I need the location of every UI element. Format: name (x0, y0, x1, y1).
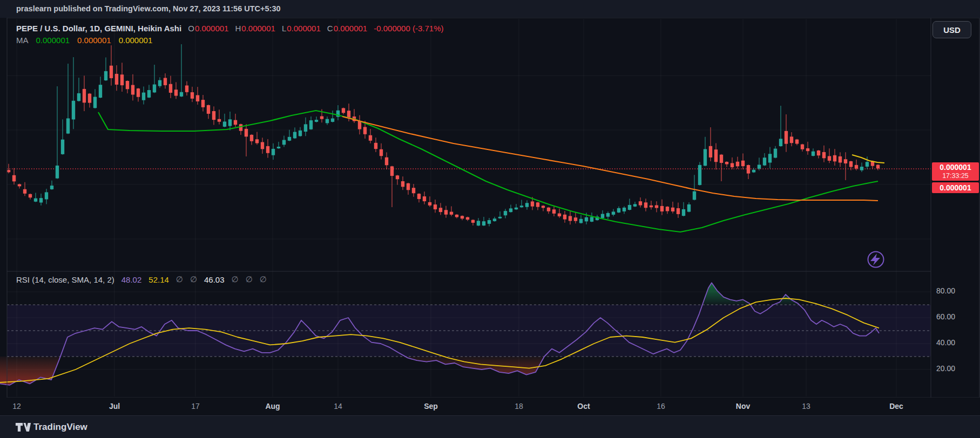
candle-body (228, 119, 232, 126)
candle-body (644, 202, 647, 208)
footer-brand[interactable]: TradingView (33, 416, 87, 438)
ma-value: 0.000001 (77, 36, 111, 45)
candle-body (606, 213, 610, 217)
candle-body (288, 137, 291, 141)
candle-body (255, 139, 259, 143)
candle-body (326, 119, 329, 124)
change-value: -0.000000 (-3.71%) (374, 24, 443, 33)
candle-body (77, 93, 80, 101)
candle-body (110, 66, 113, 78)
candle-body (822, 152, 826, 158)
ma-line-green (98, 111, 878, 232)
rsi-axis-label: 80.00 (936, 286, 955, 295)
candle-body (390, 166, 394, 176)
candle-body (547, 208, 550, 211)
header-bar: praslearn published on TradingView.com, … (0, 0, 980, 18)
symbol-title: PEPE / U.S. Dollar, 1D, GEMINI, Heikin A… (16, 24, 181, 33)
candle-body (509, 208, 512, 212)
flash-snapshot-button[interactable] (868, 252, 884, 268)
candle-body (736, 162, 739, 167)
time-axis-label: Sep (424, 398, 438, 415)
rsi-title: RSI (14, close, SMA, 14, 2) (16, 275, 114, 284)
chart-canvas[interactable] (0, 18, 980, 398)
candle-body (687, 204, 691, 212)
secondary-price-value: 0.000001 (940, 183, 971, 192)
candle-body (720, 155, 723, 163)
candle-body (142, 93, 145, 100)
candle-body (806, 148, 809, 151)
candle-body (380, 149, 383, 156)
candle-body (153, 85, 156, 93)
candle-body (671, 208, 674, 211)
candle-body (374, 143, 377, 149)
candle-body (812, 152, 815, 156)
candle-body (299, 131, 302, 136)
candle-body (245, 129, 248, 137)
time-axis[interactable]: 12Jul17Aug14Sep18Oct16Nov13Dec (0, 398, 931, 415)
ohlc-item: C0.000001 (327, 24, 367, 33)
candle-body (860, 167, 863, 170)
price-axis[interactable]: USD 0.000001 17:33:25 0.000001 80.0060.0… (931, 18, 980, 398)
rsi-axis-label: 60.00 (936, 312, 955, 321)
last-price-label: 0.000001 17:33:25 (932, 162, 979, 181)
candle-body (558, 214, 561, 217)
candle-body (542, 206, 545, 208)
candle-body (504, 211, 507, 215)
candle-body (320, 116, 323, 119)
candle-body (428, 202, 431, 206)
candle-body (779, 139, 782, 146)
rsi-oversold-fill (405, 357, 544, 375)
ohlc-key: C (327, 24, 333, 33)
candle-body (601, 214, 604, 218)
candle-body (218, 119, 221, 122)
candle-body (239, 124, 242, 131)
candle-body (369, 135, 372, 141)
ma-line-orange (342, 117, 878, 201)
candle-body (169, 84, 172, 93)
candle-body (293, 132, 296, 139)
time-axis-label: 13 (802, 398, 810, 415)
candle-body (23, 189, 26, 194)
candle-body (579, 219, 583, 223)
candle-body (423, 196, 426, 201)
candle-body (261, 142, 264, 149)
candle-body (50, 186, 53, 189)
candle-body (315, 120, 318, 122)
candle-body (120, 74, 124, 85)
candle-body (774, 149, 777, 158)
candle-body (617, 208, 620, 213)
candle-body (628, 205, 631, 210)
candle-body (666, 207, 669, 211)
time-axis-label: Jul (109, 398, 120, 415)
candle-body (282, 140, 286, 145)
candle-body (531, 201, 534, 206)
secondary-price-label: 0.000001 (932, 182, 979, 193)
symbol-legend: PEPE / U.S. Dollar, 1D, GEMINI, Heikin A… (16, 24, 443, 33)
rsi-value: ∅ (246, 275, 253, 284)
candle-body (56, 166, 59, 179)
candle-body (574, 217, 577, 221)
ohlc-item: H0.000001 (235, 24, 275, 33)
candle-body (342, 108, 345, 113)
candle-body (682, 209, 685, 216)
footer-bar: TradingView (0, 415, 980, 438)
candle-body (704, 149, 707, 166)
ohlc-key: H (235, 24, 241, 33)
tradingview-logo-icon[interactable] (15, 422, 31, 433)
candle-body (385, 158, 388, 166)
candle-body (520, 206, 523, 207)
candle-body (158, 80, 161, 86)
candle-body (709, 146, 712, 158)
candle-body (39, 198, 43, 202)
candle-body (66, 118, 70, 133)
candle-body (266, 146, 269, 153)
candle-body (93, 97, 97, 108)
candle-body (29, 194, 32, 198)
candle-body (552, 209, 556, 214)
candle-body (88, 94, 91, 103)
candle-body (115, 74, 118, 85)
candle-body (660, 206, 664, 211)
candle-body (363, 127, 367, 134)
candle-body (45, 192, 48, 199)
currency-toggle-button[interactable]: USD (932, 21, 971, 38)
